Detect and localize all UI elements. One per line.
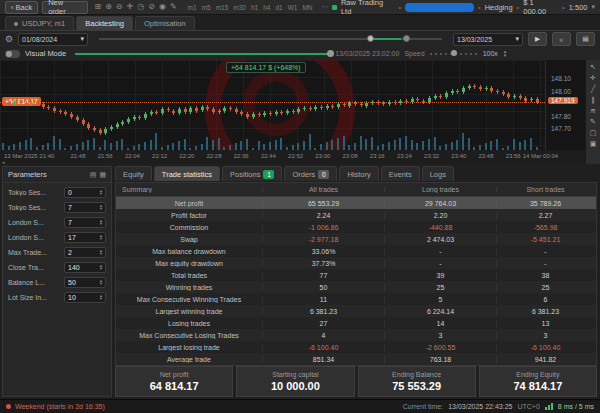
crosshair-icon[interactable]: ✛ [590, 73, 596, 82]
fibonacci-icon[interactable]: ≋ [590, 106, 596, 115]
table-row[interactable]: Average trade851.34763.18941.82 [116, 353, 596, 365]
backtest-progress-bar[interactable] [75, 53, 330, 55]
table-row[interactable]: Max balance drawdown33.06%-- [116, 245, 596, 257]
disable-icon[interactable]: ⊘ [146, 2, 157, 12]
price-axis[interactable]: 148.10148.00147.80147.70147.919 [545, 60, 586, 150]
journal-button[interactable]: ▤ [576, 32, 595, 46]
range-handle-right[interactable] [403, 35, 410, 42]
table-row[interactable]: Largest losing trade-6 100.40-2 600.55-6… [116, 341, 596, 353]
end-date-select[interactable]: 13/03/2025▾ [453, 33, 523, 46]
parameter-input[interactable]: 7▲▼ [64, 202, 106, 213]
parameter-stepper[interactable]: ▲▼ [99, 219, 103, 226]
visual-mode-toggle[interactable] [5, 50, 20, 58]
settings-gear-icon[interactable]: ⚙ [5, 34, 13, 44]
pointer-icon[interactable]: ↖ [590, 62, 596, 71]
range-handle-left[interactable] [367, 35, 374, 42]
subtab-trade-statistics[interactable]: Trade statistics [154, 166, 220, 181]
table-row[interactable]: Max Consecutive Losing Trades433 [116, 329, 596, 341]
table-row[interactable]: Swap-2 977.182 474.03-5 451.21 [116, 233, 596, 245]
parameter-input[interactable]: 2▲▼ [64, 247, 106, 258]
parameter-stepper[interactable]: ▲▼ [99, 279, 103, 286]
candle [502, 92, 505, 95]
start-date-select[interactable]: 01/08/2024▾ [18, 33, 88, 46]
subtab-history[interactable]: History [339, 166, 378, 181]
timeframe-m30[interactable]: m30 [233, 4, 246, 11]
stepper-down-icon[interactable]: ▼ [99, 252, 103, 256]
clock-icon[interactable]: ◷ [135, 2, 146, 12]
layout-icon[interactable]: ⊞ [92, 2, 103, 12]
timeframe-d1[interactable]: d1 [275, 4, 282, 11]
parameter-stepper[interactable]: ▲▼ [99, 264, 103, 271]
candlestick-plot[interactable]: +64 814.17 +64 814.17 $ (+648%) [0, 60, 545, 151]
parameter-input[interactable]: 140▲▼ [64, 262, 106, 273]
back-button[interactable]: ‹Back [5, 1, 38, 14]
subtab-orders[interactable]: Orders0 [284, 166, 337, 181]
tab-symbol[interactable]: USDJPY, m1 [5, 16, 74, 30]
stepper-down-icon[interactable]: ▼ [99, 267, 103, 271]
parameter-input[interactable]: 0▲▼ [64, 187, 106, 198]
stepper-down-icon[interactable]: ▼ [99, 222, 103, 226]
timeframe-m1[interactable]: m1 [188, 4, 197, 11]
scroll-left-icon[interactable]: ◂ [2, 159, 5, 165]
export-params-icon[interactable]: ▦ [99, 171, 106, 179]
timeframe-h4[interactable]: h4 [263, 4, 270, 11]
table-row[interactable]: Commission-1 006.86-440.88-565.98 [116, 221, 596, 233]
eye-icon[interactable]: ◉ [157, 2, 168, 12]
table-row[interactable]: Max Consecutive Winning Trades1156 [116, 293, 596, 305]
timeframe-m5[interactable]: m5 [202, 4, 211, 11]
tab-optimisation[interactable]: Optimisation [135, 16, 195, 30]
new-order-button[interactable]: New order [42, 1, 88, 14]
parameter-input[interactable]: 10▲▼ [64, 292, 106, 303]
timeframe-h1[interactable]: h1 [251, 4, 258, 11]
timeframe-mn[interactable]: MN [302, 4, 312, 11]
stepper-down-icon[interactable]: ▼ [99, 297, 103, 301]
import-params-icon[interactable]: ▤ [90, 171, 97, 179]
table-row[interactable]: Total trades773938 [116, 269, 596, 281]
trendline-icon[interactable]: ╱ [591, 84, 595, 93]
comment-icon[interactable]: ▣ [590, 139, 597, 148]
zoom-in-icon[interactable]: ⊕ [103, 2, 114, 12]
stop-button[interactable]: ■ [552, 32, 571, 46]
subtab-events[interactable]: Events [381, 166, 420, 181]
tab-backtesting[interactable]: Backtesting [76, 16, 133, 30]
draw-icon[interactable]: ✎ [590, 117, 596, 126]
speed-slider-knob[interactable] [451, 50, 457, 56]
date-range-slider[interactable] [99, 38, 442, 40]
account-info[interactable]: Raw Trading Ltd • • Hedging • $ 1 000.00… [332, 0, 595, 16]
time-axis[interactable]: ◂ 13 Mar 2025 21:4021:4821:5622:0422:122… [0, 150, 585, 164]
timeframe-overflow-icon[interactable]: ⋯ [322, 3, 329, 11]
play-button[interactable]: ▶ [528, 32, 547, 46]
parameter-input[interactable]: 50▲▼ [64, 277, 106, 288]
parameter-stepper[interactable]: ▲▼ [99, 234, 103, 241]
stepper-down-icon[interactable]: ▼ [99, 207, 103, 211]
timeframe-w1[interactable]: W1 [288, 4, 298, 11]
table-row[interactable]: Net profit65 553.2929 764.0335 789.26 [116, 197, 596, 209]
table-row[interactable]: Profit factor2.242.202.27 [116, 209, 596, 221]
table-row[interactable]: Max equity drawdown37.73%-- [116, 257, 596, 269]
parameter-input[interactable]: 17▲▼ [64, 232, 106, 243]
subtab-logs[interactable]: Logs [422, 166, 454, 181]
zoom-out-icon[interactable]: ⊖ [114, 2, 125, 12]
edit-chart-icon[interactable]: ✎ [168, 2, 179, 12]
stepper-down-icon[interactable]: ▼ [99, 282, 103, 286]
parameter-stepper[interactable]: ▲▼ [99, 204, 103, 211]
parameter-input[interactable]: 7▲▼ [64, 217, 106, 228]
table-row[interactable]: Winning trades502525 [116, 281, 596, 293]
stepper-down-icon[interactable]: ▼ [99, 237, 103, 241]
candle [212, 109, 215, 112]
parameter-stepper[interactable]: ▲▼ [99, 294, 103, 301]
shapes-icon[interactable]: ▢ [590, 128, 597, 137]
subtab-equity[interactable]: Equity [115, 166, 152, 181]
crosshair-icon[interactable]: ✛ [125, 2, 136, 12]
parameter-stepper[interactable]: ▲▼ [99, 249, 103, 256]
channel-icon[interactable]: ∥ [591, 95, 595, 104]
speed-stepper[interactable]: ▲▼ [503, 50, 507, 58]
table-row[interactable]: Losing trades271413 [116, 317, 596, 329]
subtab-positions[interactable]: Positions1 [222, 166, 282, 181]
timeframe-m15[interactable]: m15 [216, 4, 229, 11]
table-row[interactable]: Largest winning trade6 381.236 224.146 3… [116, 305, 596, 317]
stepper-down-icon[interactable]: ▼ [99, 192, 103, 196]
progress-handle[interactable] [327, 50, 334, 57]
speed-slider[interactable] [430, 53, 478, 55]
parameter-stepper[interactable]: ▲▼ [99, 189, 103, 196]
